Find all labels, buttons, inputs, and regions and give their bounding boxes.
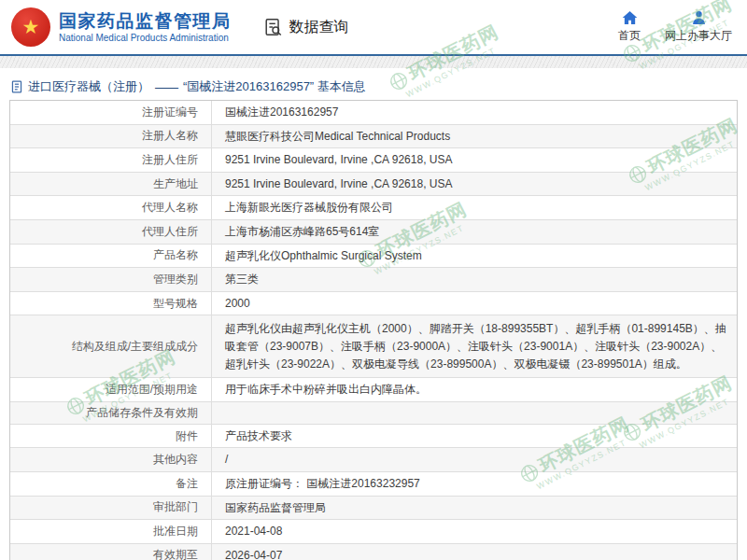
document-search-icon	[263, 17, 284, 37]
field-label-text: 有效期至	[153, 547, 198, 560]
field-label: 结构及组成/主要组成成分	[10, 315, 211, 377]
field-value	[211, 402, 737, 424]
field-label-text: 型号规格	[153, 296, 198, 312]
field-value-text: 慧眼医疗科技公司Medical Technical Products	[225, 128, 450, 146]
field-label: 适用范围/预期用途	[10, 378, 211, 401]
field-value: 国家药品监督管理局	[211, 497, 737, 520]
field-value: 用于临床手术中粉碎并吸出白内障晶体。	[211, 378, 737, 401]
table-row: 注册人名称 慧眼医疗科技公司Medical Technical Products	[10, 125, 737, 149]
file-icon	[11, 80, 22, 93]
field-value-text: 产品技术要求	[225, 427, 292, 445]
home-link[interactable]: 首页	[618, 10, 641, 44]
person-icon	[691, 10, 707, 25]
field-value-text: 上海市杨浦区赤峰路65号614室	[225, 223, 379, 241]
table-row: 代理人名称 上海新眼光医疗器械股份有限公司	[10, 196, 737, 220]
field-value-text: 用于临床手术中粉碎并吸出白内障晶体。	[225, 381, 427, 399]
field-label: 产品名称	[10, 245, 211, 268]
texture-band	[0, 56, 747, 68]
field-label: 管理类别	[10, 268, 211, 291]
field-value: 9251 Irvine Boulevard, Irvine ,CA 92618,…	[211, 148, 737, 172]
field-label-text: 生产地址	[153, 176, 198, 192]
field-label: 注册证编号	[10, 101, 211, 124]
field-label: 代理人名称	[10, 196, 211, 219]
table-row: 注册人住所 9251 Irvine Boulevard, Irvine ,CA …	[10, 148, 737, 173]
site-title-block: 国家药品监督管理局 National Medical Products Admi…	[59, 11, 232, 43]
field-label: 产品储存条件及有效期	[10, 402, 211, 424]
field-value-text: 国械注进20163162957	[225, 104, 338, 121]
field-label: 其他内容	[10, 448, 211, 471]
field-value-text: /	[225, 451, 228, 469]
breadcrumb-separator: ——	[155, 80, 177, 94]
field-label: 有效期至	[10, 544, 211, 560]
field-value: 2000	[211, 292, 737, 315]
field-value: 产品技术要求	[211, 425, 737, 448]
field-label: 代理人住所	[10, 220, 211, 244]
data-query-tab[interactable]: 数据查询	[263, 17, 349, 37]
field-value: 9251 Irvine Boulevard, Irvine ,CA 92618,…	[211, 173, 737, 196]
table-row: 其他内容 /	[10, 448, 737, 472]
breadcrumb-section: 进口医疗器械（注册）	[28, 78, 149, 95]
field-value-text: 2021-04-08	[225, 523, 282, 540]
field-value: 超声乳化仪由超声乳化仪主机（2000）、脚踏开关（18-899355BT）、超乳…	[211, 315, 737, 377]
field-label-text: 注册人名称	[142, 128, 198, 144]
field-label-text: 附件	[176, 428, 198, 444]
table-row: 批准日期 2021-04-08	[10, 520, 737, 544]
field-label: 备注	[10, 472, 211, 496]
table-row: 型号规格 2000	[10, 292, 737, 316]
table-row: 生产地址 9251 Irvine Boulevard, Irvine ,CA 9…	[10, 173, 737, 197]
field-value: 第三类	[211, 268, 737, 291]
national-emblem-logo: ★	[11, 7, 50, 47]
site-subtitle: National Medical Products Administration	[59, 33, 232, 43]
field-value: 2026-04-07	[211, 544, 737, 560]
field-label-text: 产品储存条件及有效期	[86, 405, 198, 421]
field-label-text: 注册证编号	[142, 105, 198, 120]
table-row: 附件 产品技术要求	[10, 425, 737, 449]
service-hall-label: 网上办事大厅	[665, 28, 732, 44]
info-table: 注册证编号 国械注进20163162957 注册人名称 慧眼医疗科技公司Medi…	[9, 100, 738, 560]
table-row: 代理人住所 上海市杨浦区赤峰路65号614室	[10, 220, 737, 245]
home-label: 首页	[618, 28, 641, 44]
field-value-text: 上海新眼光医疗器械股份有限公司	[225, 199, 393, 217]
field-value-text: 国家药品监督管理局	[225, 499, 326, 517]
table-row: 有效期至 2026-04-07	[10, 544, 737, 560]
field-label-text: 注册人住所	[142, 152, 198, 168]
field-value-text: 超声乳化仪Ophthalmic Surgical System	[225, 247, 422, 265]
field-label-text: 适用范围/预期用途	[106, 382, 198, 398]
field-value-text: 超声乳化仪由超声乳化仪主机（2000）、脚踏开关（18-899355BT）、超乳…	[225, 320, 727, 372]
field-value: 上海新眼光医疗器械股份有限公司	[211, 196, 737, 219]
field-value: 国械注进20163162957	[211, 101, 737, 124]
header-nav: 首页 网上办事大厅	[618, 10, 732, 44]
field-label-text: 审批部门	[153, 499, 198, 515]
field-label-text: 管理类别	[153, 272, 198, 287]
field-label-text: 代理人名称	[142, 200, 198, 216]
field-value: 原注册证编号： 国械注进20163232957	[211, 472, 737, 496]
table-row: 产品储存条件及有效期	[10, 402, 737, 425]
field-value-text: 2026-04-07	[225, 547, 282, 560]
field-label: 注册人名称	[10, 125, 211, 148]
field-value: 超声乳化仪Ophthalmic Surgical System	[211, 245, 737, 268]
field-value: 慧眼医疗科技公司Medical Technical Products	[211, 125, 737, 148]
field-label-text: 产品名称	[153, 247, 198, 263]
field-label-text: 代理人住所	[142, 224, 198, 240]
breadcrumb: 进口医疗器械（注册） —— “国械注进20163162957” 基本信息	[0, 68, 747, 95]
field-label-text: 其他内容	[153, 452, 198, 468]
field-label-text: 备注	[176, 476, 198, 492]
field-value: 上海市杨浦区赤峰路65号614室	[211, 220, 737, 244]
field-label: 附件	[10, 425, 211, 448]
field-label: 型号规格	[10, 292, 211, 315]
field-value: /	[211, 448, 737, 471]
field-label: 注册人住所	[10, 148, 211, 172]
field-label-text: 结构及组成/主要组成成分	[72, 339, 198, 355]
field-label: 生产地址	[10, 173, 211, 196]
field-label-text: 批准日期	[153, 524, 198, 539]
home-icon	[622, 10, 638, 25]
table-row: 管理类别 第三类	[10, 268, 737, 292]
field-label: 批准日期	[10, 520, 211, 543]
site-title: 国家药品监督管理局	[59, 11, 232, 32]
field-value-text: 第三类	[225, 271, 259, 288]
table-row: 结构及组成/主要组成成分 超声乳化仪由超声乳化仪主机（2000）、脚踏开关（18…	[10, 315, 737, 378]
table-row: 注册证编号 国械注进20163162957	[10, 101, 737, 125]
site-header: ★ 国家药品监督管理局 National Medical Products Ad…	[0, 0, 747, 56]
table-row: 适用范围/预期用途 用于临床手术中粉碎并吸出白内障晶体。	[10, 378, 737, 402]
service-hall-link[interactable]: 网上办事大厅	[665, 10, 732, 44]
